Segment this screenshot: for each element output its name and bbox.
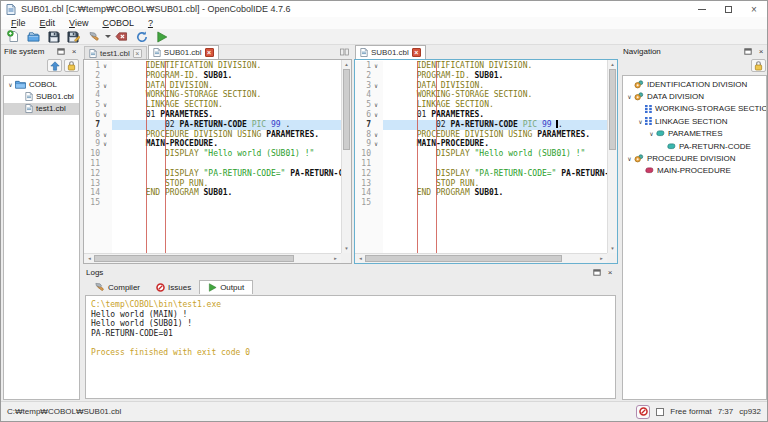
scroll-up-icon[interactable]: ▲	[342, 60, 351, 69]
nav-tree-item-data-division[interactable]: ∨DATA DIVISION	[623, 90, 766, 102]
maximize-button[interactable]	[715, 1, 741, 17]
nav-tree-item-linkage-section[interactable]: ∨LINKAGE SECTION	[623, 115, 766, 127]
file-system-header: File system ×	[1, 45, 82, 58]
code-area[interactable]: IDENTIFICATION DIVISION. PROGRAM-ID. SUB…	[383, 61, 607, 253]
compile-icon	[88, 31, 100, 43]
goto-parent-button[interactable]	[47, 59, 62, 72]
code-area[interactable]: IDENTIFICATION DIVISION. PROGRAM-ID. SUB…	[112, 61, 341, 253]
expander-icon[interactable]: ∨	[636, 118, 645, 125]
tab-test1-cbl-left[interactable]: test1.cbl×	[84, 46, 147, 59]
split-editor-icon[interactable]	[340, 48, 349, 56]
save-icon	[48, 31, 60, 43]
new-file-button[interactable]	[4, 29, 23, 44]
run-button[interactable]	[152, 29, 171, 44]
vertical-scrollbar[interactable]: ▲▼	[607, 60, 617, 253]
scroll-left-icon[interactable]: ◄	[85, 254, 94, 263]
scrollbar-thumb[interactable]	[365, 255, 562, 262]
fold-marker-icon[interactable]: ∨	[100, 81, 110, 91]
fold-marker-icon[interactable]: ∨	[371, 81, 381, 91]
scrollbar-corner	[341, 253, 351, 263]
compile-dropdown-arrow[interactable]	[105, 35, 111, 38]
expander-icon[interactable]: ∨	[6, 81, 15, 88]
editor-right[interactable]: 1∨23∨45∨6∨78∨9∨101112131415 IDENTIFICATI…	[354, 59, 618, 264]
nav-tree-item-pa-return-code[interactable]: PA-RETURN-CODE	[623, 140, 766, 152]
tab-sub01-cbl-right[interactable]: SUB01.cbl×	[355, 45, 426, 59]
fold-marker-icon[interactable]: ∨	[371, 100, 381, 110]
vertical-scrollbar[interactable]: ▲▼	[341, 60, 351, 253]
file-tree-item-cobol[interactable]: ∨COBOL	[4, 78, 79, 90]
close-window-button[interactable]: ×	[741, 1, 767, 17]
logs-tab-issues[interactable]: Issues	[148, 280, 199, 294]
horizontal-scrollbar[interactable]: ◄►	[84, 253, 341, 263]
fold-marker-icon[interactable]: ∨	[371, 139, 381, 149]
fold-marker-icon[interactable]: ∨	[371, 130, 381, 140]
logs-tab-compiler[interactable]: Compiler	[86, 280, 148, 294]
scrollbar-thumb[interactable]	[609, 69, 616, 150]
output-line	[91, 338, 610, 348]
scroll-up-icon[interactable]: ▲	[608, 60, 617, 69]
output-console[interactable]: C:\temp\COBOL\bin\test1.exeHello world (…	[85, 295, 616, 399]
expander-icon[interactable]: ∨	[647, 130, 656, 137]
tab-close-icon[interactable]: ×	[205, 48, 214, 57]
close-panel-icon[interactable]: ×	[69, 47, 79, 57]
fold-marker-icon[interactable]: ∨	[100, 61, 110, 71]
scrollbar-thumb[interactable]	[343, 69, 350, 150]
window-controls: ×	[689, 1, 767, 17]
lock-navigation-button[interactable]	[751, 59, 766, 72]
fold-marker-icon[interactable]: ∨	[371, 61, 381, 71]
lock-path-button[interactable]	[64, 59, 79, 72]
menu-item-help[interactable]: ?	[141, 18, 160, 28]
logs-tab-output[interactable]: Output	[199, 280, 253, 294]
nav-tree-item-parametres[interactable]: ∨PARAMETRES	[623, 128, 766, 140]
fold-marker-icon	[371, 120, 381, 130]
scrollbar-thumb[interactable]	[94, 255, 294, 262]
scroll-right-icon[interactable]: ►	[331, 254, 340, 263]
close-navigation-icon[interactable]: ×	[756, 47, 766, 57]
open-file-button[interactable]	[24, 29, 43, 44]
scroll-down-icon[interactable]: ▼	[608, 244, 617, 253]
rebuild-icon	[136, 31, 148, 43]
minimize-button[interactable]	[689, 1, 715, 17]
rebuild-button[interactable]	[132, 29, 151, 44]
nav-tree-item-identification-division[interactable]: IDENTIFICATION DIVISION	[623, 78, 766, 90]
tab-sub01-cbl-left[interactable]: SUB01.cbl×	[148, 45, 219, 59]
file-tree-item-sub01-cbl[interactable]: SUB01.cbl	[4, 90, 79, 102]
float-panel-icon[interactable]	[56, 47, 66, 57]
menu-item-edit[interactable]: Edit	[33, 18, 63, 28]
nav-tree-item-working-storage-section[interactable]: WORKING-STORAGE SECTION	[623, 103, 766, 115]
menu-item-file[interactable]: File	[4, 18, 33, 28]
variable-icon	[656, 130, 665, 137]
issues-indicator-button[interactable]	[636, 405, 650, 419]
scroll-left-icon[interactable]: ◄	[356, 254, 365, 263]
fold-marker-icon[interactable]: ∨	[100, 139, 110, 149]
scroll-down-icon[interactable]: ▼	[342, 244, 351, 253]
scroll-right-icon[interactable]: ►	[597, 254, 606, 263]
fold-marker-icon[interactable]: ∨	[100, 110, 110, 120]
nav-tree-item-main-procedure[interactable]: MAIN-PROCEDURE	[623, 165, 766, 177]
fold-marker-icon[interactable]: ∨	[100, 100, 110, 110]
save-button[interactable]	[44, 29, 63, 44]
float-logs-icon[interactable]	[592, 268, 602, 278]
menu-item-view[interactable]: View	[62, 18, 95, 28]
file-tree-item-test1-cbl[interactable]: test1.cbl	[4, 103, 79, 115]
horizontal-scrollbar[interactable]: ◄►	[355, 253, 607, 263]
fold-marker-icon[interactable]: ∨	[100, 130, 110, 140]
editor-left[interactable]: 1∨23∨45∨6∨78∨9∨101112131415 IDENTIFICATI…	[83, 59, 352, 264]
free-format-checkbox[interactable]	[656, 408, 664, 416]
fold-marker-icon[interactable]: ∨	[371, 110, 381, 120]
float-navigation-icon[interactable]	[743, 47, 753, 57]
variable-icon	[667, 143, 676, 150]
file-icon	[25, 104, 33, 113]
file-tree: ∨COBOLSUB01.cbltest1.cbl	[3, 75, 80, 400]
compile-button[interactable]	[84, 29, 103, 44]
output-line: Hello world (MAIN) !	[91, 310, 610, 320]
save-as-button[interactable]	[64, 29, 83, 44]
expander-icon[interactable]: ∨	[625, 155, 634, 162]
menu-item-cobol[interactable]: COBOL	[95, 18, 141, 28]
nav-tree-item-procedure-division[interactable]: ∨PROCEDURE DIVISION	[623, 152, 766, 164]
cancel-button[interactable]	[112, 29, 131, 44]
tab-close-icon[interactable]: ×	[133, 49, 142, 58]
tab-close-icon[interactable]: ×	[412, 48, 421, 57]
close-logs-icon[interactable]: ×	[605, 268, 615, 278]
expander-icon[interactable]: ∨	[625, 93, 634, 100]
